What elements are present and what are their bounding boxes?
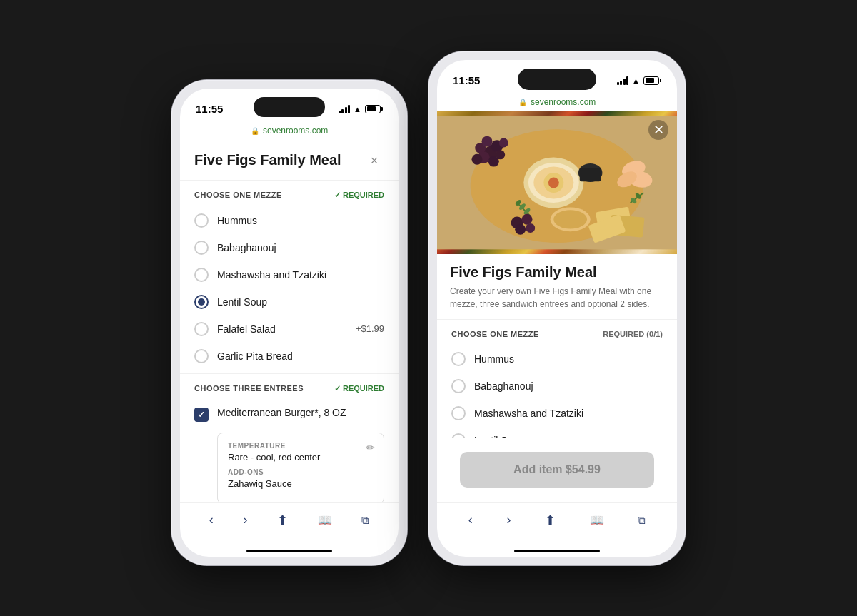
svg-point-33 (515, 223, 526, 234)
temperature-value: Rare - cool, red center (228, 452, 374, 463)
right-radio-baba (451, 379, 466, 393)
addons-value: Zahawiq Sauce (228, 478, 374, 489)
lock-icon-left: 🔒 (251, 127, 259, 135)
left-phone: 11:55 ▲ 🔒 sevenrooms.com (171, 80, 407, 565)
entree-burger-option[interactable]: Mediterranean Burger*, 8 OZ (194, 400, 384, 428)
edit-icon[interactable]: ✏ (366, 442, 375, 453)
burger-customization-card: ✏ TEMPERATURE Rare - cool, red center AD… (217, 433, 384, 502)
wifi-icon-left: ▲ (354, 105, 361, 113)
svg-point-14 (499, 138, 508, 147)
wifi-icon-right: ▲ (632, 76, 640, 85)
dynamic-island-left (254, 97, 325, 117)
radio-baba (194, 241, 209, 255)
radio-garlic (194, 349, 209, 363)
nav-tabs-left[interactable]: ⧉ (354, 511, 376, 530)
mezze-option-garlic[interactable]: Garlic Pita Bread (194, 343, 384, 373)
falafel-label: Falafel Salad (217, 323, 347, 335)
svg-point-6 (548, 177, 559, 188)
add-button-right[interactable]: Add item $54.99 (460, 452, 654, 488)
entrees-label-left: CHOOSE THREE ENTREES (194, 384, 304, 393)
mezze-option-hummus[interactable]: Hummus (194, 207, 384, 234)
url-bar-left: 🔒 sevenrooms.com (180, 124, 399, 140)
svg-rect-23 (580, 168, 601, 181)
nav-forward-left[interactable]: › (236, 510, 254, 530)
battery-icon-left (365, 105, 383, 113)
garlic-label: Garlic Pita Bread (217, 350, 384, 362)
modal-left: Five Figs Family Meal × CHOOSE ONE MEZZE… (180, 140, 399, 502)
bottom-nav-left: ‹ › ⬆ 📖 ⧉ (180, 502, 399, 545)
url-bar-right: 🔒 sevenrooms.com (437, 96, 677, 111)
addons-label: ADD-ONS (228, 468, 374, 476)
status-icons-right: ▲ (617, 76, 661, 85)
modal-header-left: Five Figs Family Meal × (180, 140, 399, 181)
right-mezze-baba[interactable]: Babaghanouj (451, 373, 663, 400)
temperature-row: TEMPERATURE Rare - cool, red center (228, 442, 374, 463)
dynamic-island-right (518, 69, 596, 90)
svg-point-15 (472, 153, 483, 164)
entrees-section-left: CHOOSE THREE ENTREES ✓ REQUIRED Mediterr… (180, 374, 399, 502)
mezze-label-left: CHOOSE ONE MEZZE (194, 191, 282, 199)
status-time-right: 11:55 (453, 74, 480, 86)
nav-bookmarks-left[interactable]: 📖 (311, 510, 339, 530)
nav-forward-right[interactable]: › (499, 510, 518, 530)
baba-label: Babaghanouj (217, 242, 384, 253)
bottom-nav-right: ‹ › ⬆ 📖 ⧉ (437, 502, 677, 545)
right-radio-hummus (451, 352, 466, 366)
svg-point-13 (488, 156, 499, 166)
close-button-right[interactable]: ✕ (648, 120, 668, 140)
svg-point-34 (526, 223, 535, 232)
svg-point-10 (482, 136, 493, 146)
food-image: ✕ (437, 111, 677, 254)
falafel-price: +$1.99 (356, 323, 384, 334)
mezze-option-baba[interactable]: Babaghanouj (194, 234, 384, 261)
entrees-required-left: ✓ REQUIRED (334, 384, 384, 393)
nav-tabs-right[interactable]: ⧉ (631, 511, 653, 530)
nav-back-left[interactable]: ‹ (202, 510, 221, 530)
item-description-right: Create your very own Five Figs Family Me… (450, 285, 664, 310)
svg-point-36 (553, 210, 587, 228)
mezze-label-right: CHOOSE ONE MEZZE (451, 330, 539, 338)
lentil-label: Lentil Soup (217, 296, 384, 308)
svg-point-32 (522, 213, 533, 224)
temperature-label: TEMPERATURE (228, 442, 374, 450)
right-mezze-masha[interactable]: Mashawsha and Tzatziki (451, 400, 663, 427)
burger-label: Mediterranean Burger*, 8 OZ (217, 407, 384, 418)
status-icons-left: ▲ (339, 105, 383, 113)
masha-label: Mashawsha and Tzatziki (217, 269, 384, 281)
signal-icon-left (339, 105, 351, 113)
nav-bookmarks-right[interactable]: 📖 (583, 510, 611, 530)
radio-lentil (194, 295, 209, 309)
nav-share-right[interactable]: ⬆ (538, 510, 563, 531)
hummus-label: Hummus (217, 215, 384, 226)
modal-title-left: Five Figs Family Meal (194, 151, 341, 168)
lock-icon-right: 🔒 (518, 99, 527, 106)
food-illustration (437, 111, 677, 254)
add-button-container-right: Add item $54.99 (437, 438, 677, 502)
right-hummus-label: Hummus (474, 353, 663, 365)
item-title-right: Five Figs Family Meal (450, 264, 664, 281)
right-masha-label: Mashawsha and Tzatziki (474, 408, 663, 419)
checkbox-burger (194, 408, 209, 422)
nav-share-left[interactable]: ⬆ (270, 510, 295, 531)
addons-row: ADD-ONS Zahawiq Sauce (228, 468, 374, 489)
radio-masha (194, 268, 209, 282)
mezze-section-left: CHOOSE ONE MEZZE ✓ REQUIRED Hummus Babag… (180, 181, 399, 374)
mezze-section-right: CHOOSE ONE MEZZE REQUIRED (0/1) Hummus B… (437, 320, 677, 438)
signal-icon-right (617, 76, 629, 85)
scene: 11:55 ▲ 🔒 sevenrooms.com (171, 51, 686, 565)
status-time-left: 11:55 (196, 103, 223, 115)
battery-icon-right (643, 76, 661, 85)
right-mezze-lentil[interactable]: Lentil Soup (451, 427, 663, 438)
mezze-option-lentil[interactable]: Lentil Soup (194, 288, 384, 315)
right-mezze-hummus[interactable]: Hummus (451, 345, 663, 373)
mezze-required-left: ✓ REQUIRED (334, 191, 384, 200)
mezze-option-falafel[interactable]: Falafel Salad +$1.99 (194, 315, 384, 343)
item-info-right: Five Figs Family Meal Create your very o… (437, 254, 677, 320)
right-radio-masha (451, 406, 466, 420)
radio-falafel (194, 322, 209, 336)
radio-hummus (194, 213, 209, 228)
mezze-option-masha[interactable]: Mashawsha and Tzatziki (194, 261, 384, 288)
close-button-left[interactable]: × (364, 151, 384, 171)
right-phone: 11:55 ▲ 🔒 sevenrooms.com (428, 51, 686, 565)
nav-back-right[interactable]: ‹ (461, 510, 480, 530)
